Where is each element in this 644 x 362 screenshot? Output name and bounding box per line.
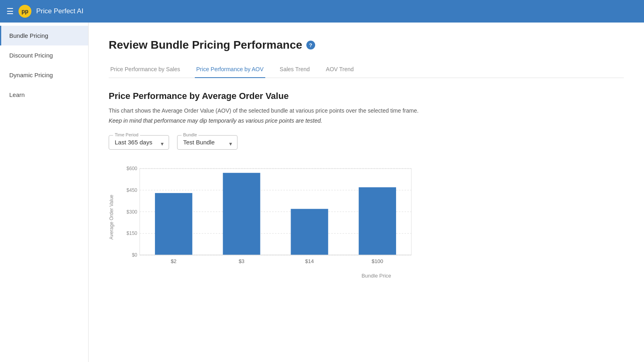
sidebar: Bundle Pricing Discount Pricing Dynamic …: [0, 23, 89, 362]
section-title: Price Performance by Average Order Value: [109, 91, 624, 101]
svg-text:$100: $100: [372, 258, 383, 264]
svg-text:$2: $2: [171, 258, 176, 264]
sidebar-item-dynamic-pricing[interactable]: Dynamic Pricing: [0, 65, 88, 85]
help-icon[interactable]: ?: [306, 41, 315, 49]
svg-rect-10: [155, 193, 192, 255]
svg-text:$450: $450: [126, 187, 137, 193]
main-content: Review Bundle Pricing Performance ? Pric…: [89, 23, 644, 362]
time-period-label: Time Period: [113, 132, 140, 137]
page-title-text: Review Bundle Pricing Performance: [109, 39, 302, 51]
tab-sales-trend[interactable]: Sales Trend: [278, 61, 312, 78]
svg-rect-12: [223, 173, 260, 255]
section-note: Keep in mind that performance may dip te…: [109, 117, 624, 124]
svg-text:$150: $150: [126, 231, 137, 237]
svg-rect-14: [291, 209, 328, 255]
svg-text:$600: $600: [126, 166, 137, 171]
time-period-select[interactable]: Last 365 days Last 30 days Last 90 days …: [115, 139, 163, 146]
section-description: This chart shows the Average Order Value…: [109, 106, 624, 115]
tab-aov-trend[interactable]: AOV Trend: [324, 61, 355, 78]
chart-svg: $0$150$300$450$600$2$3$14$100: [118, 162, 419, 271]
app-header: ☰ pp Price Perfect AI: [0, 0, 644, 23]
svg-text:$14: $14: [305, 258, 314, 264]
menu-icon[interactable]: ☰: [6, 6, 14, 16]
main-layout: Bundle Pricing Discount Pricing Dynamic …: [0, 23, 644, 362]
chart-area: Average Order Value $0$150$300$450$600$2…: [109, 162, 624, 271]
tab-bar: Price Performance by Sales Price Perform…: [109, 61, 624, 78]
bundle-filter[interactable]: Bundle Test Bundle Bundle A Bundle B ▼: [177, 135, 237, 150]
tab-price-performance-aov[interactable]: Price Performance by AOV: [195, 61, 265, 78]
sidebar-item-learn[interactable]: Learn: [0, 85, 88, 105]
svg-text:$300: $300: [126, 209, 137, 215]
sidebar-item-bundle-pricing[interactable]: Bundle Pricing: [0, 26, 88, 45]
bundle-select[interactable]: Test Bundle Bundle A Bundle B: [183, 139, 231, 146]
app-logo: pp: [19, 5, 31, 18]
filters-row: Time Period Last 365 days Last 30 days L…: [109, 135, 624, 150]
tab-price-performance-sales[interactable]: Price Performance by Sales: [109, 61, 182, 78]
svg-text:$3: $3: [239, 258, 244, 264]
page-title-container: Review Bundle Pricing Performance ?: [109, 39, 624, 51]
svg-rect-16: [359, 187, 396, 255]
y-axis-label: Average Order Value: [109, 195, 114, 240]
time-period-filter[interactable]: Time Period Last 365 days Last 30 days L…: [109, 135, 169, 150]
x-axis-label: Bundle Price: [109, 273, 624, 279]
app-title: Price Perfect AI: [36, 7, 83, 15]
chart-section: Average Order Value $0$150$300$450$600$2…: [109, 162, 624, 279]
svg-text:$0: $0: [132, 252, 138, 258]
bundle-label: Bundle: [182, 132, 198, 137]
chart-canvas: $0$150$300$450$600$2$3$14$100: [118, 162, 419, 271]
sidebar-item-discount-pricing[interactable]: Discount Pricing: [0, 45, 88, 65]
